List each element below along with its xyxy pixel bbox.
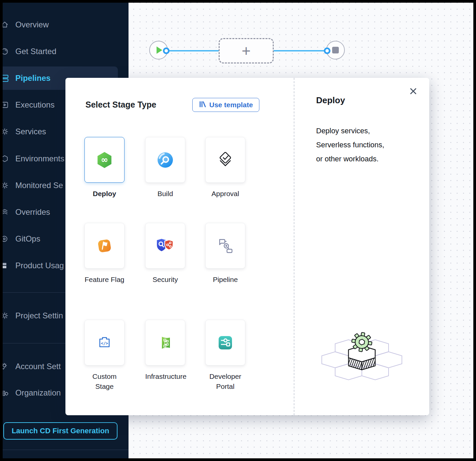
stage-label: Feature Flag — [84, 275, 125, 285]
developer-portal-icon — [217, 334, 234, 351]
stage-detail-title: Deploy — [316, 95, 345, 106]
template-library-icon — [199, 100, 206, 110]
stage-label: Infrastructure — [145, 371, 185, 381]
account-settings-icon — [3, 362, 9, 371]
sidebar-item-overview[interactable]: Overview — [3, 11, 129, 38]
pipeline-edge-start — [166, 50, 219, 51]
stage-card-approval[interactable] — [205, 137, 245, 183]
end-node-port[interactable] — [324, 47, 330, 54]
project-settings-icon — [3, 311, 9, 320]
stage-cell-feature-flag: Feature Flag — [84, 223, 125, 285]
pipeline-edge-end — [274, 50, 327, 51]
stage-card-pipeline[interactable] — [205, 223, 245, 269]
gitops-icon — [3, 235, 9, 243]
stage-grid-panel: Select Stage Type Use template ∞ Deploy — [65, 78, 294, 415]
security-icon — [156, 237, 175, 255]
infrastructure-icon — [157, 334, 174, 351]
stop-icon — [332, 47, 339, 53]
monitored-services-icon — [3, 181, 9, 190]
close-icon — [409, 87, 418, 96]
stage-cell-developer-portal: Developer Portal — [205, 320, 245, 392]
stage-label: Deploy — [84, 189, 125, 199]
environments-icon — [3, 154, 9, 163]
get-started-icon — [3, 47, 9, 56]
stage-cell-deploy: ∞ Deploy — [84, 137, 125, 199]
organizations-icon — [3, 389, 9, 397]
stage-cell-security: Security — [145, 223, 185, 285]
build-icon — [157, 151, 174, 169]
pipelines-icon — [3, 74, 9, 83]
play-icon — [157, 46, 162, 54]
use-template-label: Use template — [209, 101, 253, 109]
deploy-icon: ∞ — [95, 151, 113, 169]
deploy-illustration — [318, 328, 405, 391]
stage-label: Pipeline — [205, 275, 245, 285]
stage-detail-description: Deploy services, Serverless functions, o… — [316, 124, 420, 166]
stage-card-feature-flag[interactable] — [84, 223, 125, 269]
stage-cell-pipeline: Pipeline — [205, 223, 245, 285]
sidebar-divider — [3, 450, 129, 450]
custom-stage-icon: </> — [96, 334, 113, 351]
add-stage-node[interactable]: + — [219, 38, 274, 63]
stage-cell-infrastructure: Infrastructure — [145, 320, 185, 381]
stage-label: Developer Portal — [205, 371, 245, 392]
start-node-port[interactable] — [163, 47, 170, 54]
svg-text:</>: </> — [101, 341, 108, 345]
stage-cell-custom-stage: </> Custom Stage — [84, 320, 125, 392]
app-window: + Overview Get Started Pipelines Executi… — [3, 3, 473, 458]
stage-label: Approval — [205, 189, 245, 199]
home-icon — [3, 20, 9, 29]
stage-card-developer-portal[interactable] — [205, 320, 245, 365]
modal-title: Select Stage Type — [85, 100, 156, 110]
stage-label: Custom Stage — [84, 371, 125, 392]
use-template-button[interactable]: Use template — [192, 98, 259, 112]
stage-card-deploy[interactable]: ∞ — [84, 137, 125, 183]
close-modal-button[interactable] — [409, 87, 418, 96]
executions-icon — [3, 101, 9, 109]
stage-card-security[interactable] — [145, 223, 185, 269]
stage-label: Security — [145, 275, 185, 285]
feature-flag-icon — [95, 237, 113, 255]
select-stage-type-modal: Select Stage Type Use template ∞ Deploy — [65, 78, 429, 415]
overrides-icon — [3, 208, 9, 216]
stage-card-build[interactable] — [145, 137, 185, 183]
sidebar-item-get-started[interactable]: Get Started — [3, 38, 129, 65]
stage-card-infrastructure[interactable] — [145, 320, 185, 365]
svg-text:∞: ∞ — [101, 154, 108, 164]
stage-detail-panel: Deploy Deploy services, Serverless funct… — [294, 78, 429, 415]
services-gear-icon — [3, 127, 9, 136]
stage-label: Build — [145, 189, 185, 199]
launch-cd-first-generation-button[interactable]: Launch CD First Generation — [3, 422, 117, 440]
pipeline-icon — [216, 237, 235, 255]
product-usage-icon — [3, 261, 9, 270]
stage-cell-approval: Approval — [205, 137, 245, 199]
stage-card-custom-stage[interactable]: </> — [84, 320, 125, 365]
approval-icon — [216, 151, 235, 169]
stage-cell-build: Build — [145, 137, 185, 199]
